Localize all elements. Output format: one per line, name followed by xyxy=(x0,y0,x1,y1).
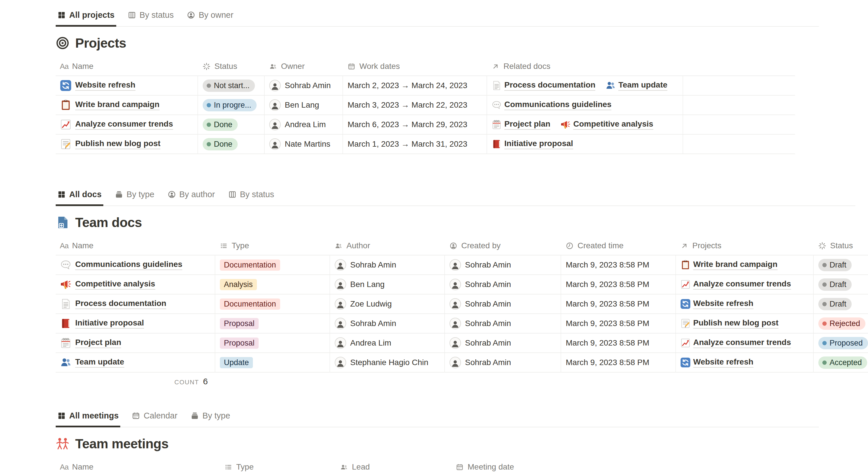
tab-all-projects[interactable]: All projects xyxy=(56,6,116,27)
created-by-cell[interactable]: Sohrab Amin xyxy=(445,275,561,294)
page-link[interactable]: Write brand campaign xyxy=(75,100,160,110)
column-header-status[interactable]: Status xyxy=(198,57,265,75)
created-by-cell[interactable]: Sohrab Amin xyxy=(445,255,561,274)
status-pill[interactable]: Draft xyxy=(818,278,851,291)
relation-link[interactable]: Analyze consumer trends xyxy=(681,338,791,348)
column-header-author[interactable]: Author xyxy=(330,236,445,255)
relation-link[interactable]: Project plan xyxy=(492,119,550,130)
projects-cell[interactable]: Website refresh xyxy=(676,294,814,313)
tab-all-docs[interactable]: All docs xyxy=(56,185,103,206)
column-header-owner[interactable]: Owner xyxy=(265,57,343,75)
relation-link[interactable]: Publish new blog post xyxy=(681,318,778,328)
work-dates-cell[interactable]: March 3, 2023 → March 22, 2023 xyxy=(343,96,487,115)
tab-by-type[interactable]: By type xyxy=(189,406,232,428)
relation-link[interactable]: Website refresh xyxy=(681,299,753,309)
status-cell[interactable]: In progre... xyxy=(198,96,265,115)
relation-link[interactable]: Initiative proposal xyxy=(492,139,573,149)
author-cell[interactable]: Andrea Lim xyxy=(330,334,445,352)
type-tag[interactable]: Update xyxy=(220,357,253,368)
type-tag[interactable]: Documentation xyxy=(220,298,280,310)
name-cell[interactable]: Communications guidelines xyxy=(56,255,215,274)
tab-by-type[interactable]: By type xyxy=(113,185,156,206)
tab-by-owner[interactable]: By owner xyxy=(185,6,235,27)
author-cell[interactable]: Stephanie Hagio Chin xyxy=(330,353,445,372)
column-header-name[interactable]: AaName xyxy=(56,57,198,75)
status-pill[interactable]: Draft xyxy=(818,298,851,310)
projects-cell[interactable]: Analyze consumer trends xyxy=(676,334,814,352)
page-link[interactable]: Analyze consumer trends xyxy=(75,119,173,130)
author-cell[interactable]: Zoe Ludwig xyxy=(330,294,445,313)
type-cell[interactable]: Documentation xyxy=(215,294,330,313)
status-pill[interactable]: In progre... xyxy=(203,99,257,112)
tab-calendar[interactable]: Calendar xyxy=(130,406,179,428)
relation-link[interactable]: Communications guidelines xyxy=(492,100,611,110)
status-pill[interactable]: Proposed xyxy=(818,337,868,349)
created-time-cell[interactable]: March 9, 2023 8:58 PM xyxy=(561,294,676,313)
related-docs-cell[interactable]: Process documentation Team update xyxy=(487,76,683,95)
column-header-name[interactable]: AaName xyxy=(56,236,215,255)
status-cell[interactable]: Not start... xyxy=(198,76,265,95)
status-pill[interactable]: Done xyxy=(203,119,238,131)
column-header-created-time[interactable]: Created time xyxy=(561,236,676,255)
name-cell[interactable]: Write brand campaign xyxy=(56,96,198,115)
count-row[interactable]: COUNT 6 xyxy=(56,377,215,386)
status-pill[interactable]: Rejected xyxy=(818,317,865,330)
created-time-cell[interactable]: March 9, 2023 8:58 PM xyxy=(561,334,676,352)
type-tag[interactable]: Documentation xyxy=(220,259,280,271)
projects-cell[interactable]: Website refresh xyxy=(676,353,814,372)
column-header-lead[interactable]: Lead xyxy=(336,458,451,473)
status-pill[interactable]: Not start... xyxy=(203,80,255,92)
page-link[interactable]: Team update xyxy=(75,357,124,368)
column-header-meeting-date[interactable]: Meeting date xyxy=(451,458,596,473)
status-cell[interactable]: Done xyxy=(198,135,265,154)
created-time-cell[interactable]: March 9, 2023 8:58 PM xyxy=(561,314,676,333)
relation-link[interactable]: Competitive analysis xyxy=(561,119,653,130)
work-dates-cell[interactable]: March 1, 2023 → March 31, 2023 xyxy=(343,135,487,154)
name-cell[interactable]: Initiative proposal xyxy=(56,314,215,333)
name-cell[interactable]: Analyze consumer trends xyxy=(56,115,198,134)
page-link[interactable]: Communications guidelines xyxy=(75,260,182,270)
page-link[interactable]: Initiative proposal xyxy=(75,318,144,328)
type-cell[interactable]: Proposal xyxy=(215,314,330,333)
type-tag[interactable]: Proposal xyxy=(220,318,259,329)
name-cell[interactable]: Competitive analysis xyxy=(56,275,215,294)
page-link[interactable]: Publish new blog post xyxy=(75,139,160,149)
type-cell[interactable]: Analysis xyxy=(215,275,330,294)
name-cell[interactable]: Team update xyxy=(56,353,215,372)
related-docs-cell[interactable]: Initiative proposal xyxy=(487,135,683,154)
relation-link[interactable]: Process documentation xyxy=(492,81,595,91)
name-cell[interactable]: Website refresh xyxy=(56,76,198,95)
relation-link[interactable]: Website refresh xyxy=(681,357,753,368)
page-link[interactable]: Project plan xyxy=(75,338,121,348)
page-link[interactable]: Website refresh xyxy=(75,81,135,91)
related-docs-cell[interactable]: Project plan Competitive analysis xyxy=(487,115,683,134)
name-cell[interactable]: Process documentation xyxy=(56,294,215,313)
work-dates-cell[interactable]: March 2, 2023 → March 24, 2023 xyxy=(343,76,487,95)
type-tag[interactable]: Analysis xyxy=(220,279,257,290)
column-header-status[interactable]: Status xyxy=(814,236,868,255)
projects-cell[interactable]: Write brand campaign xyxy=(676,255,814,274)
created-by-cell[interactable]: Sohrab Amin xyxy=(445,334,561,352)
created-by-cell[interactable]: Sohrab Amin xyxy=(445,353,561,372)
column-header-type[interactable]: Type xyxy=(215,236,330,255)
owner-cell[interactable]: Ben Lang xyxy=(265,96,343,115)
status-cell[interactable]: Accepted xyxy=(814,353,868,372)
work-dates-cell[interactable]: March 6, 2023 → March 29, 2023 xyxy=(343,115,487,134)
status-pill[interactable]: Draft xyxy=(818,259,851,271)
relation-link[interactable]: Analyze consumer trends xyxy=(681,279,791,290)
created-time-cell[interactable]: March 9, 2023 8:58 PM xyxy=(561,275,676,294)
owner-cell[interactable]: Nate Martins xyxy=(265,135,343,154)
name-cell[interactable]: Project plan xyxy=(56,334,215,352)
status-cell[interactable]: Rejected xyxy=(814,314,868,333)
type-cell[interactable]: Proposal xyxy=(215,334,330,352)
author-cell[interactable]: Sohrab Amin xyxy=(330,314,445,333)
owner-cell[interactable]: Sohrab Amin xyxy=(265,76,343,95)
type-cell[interactable]: Documentation xyxy=(215,255,330,274)
status-cell[interactable]: Draft xyxy=(814,275,868,294)
tab-all-meetings[interactable]: All meetings xyxy=(56,406,120,428)
projects-cell[interactable]: Publish new blog post xyxy=(676,314,814,333)
owner-cell[interactable]: Andrea Lim xyxy=(265,115,343,134)
column-header-work-dates[interactable]: Work dates xyxy=(343,57,487,75)
created-time-cell[interactable]: March 9, 2023 8:58 PM xyxy=(561,255,676,274)
status-pill[interactable]: Done xyxy=(203,138,238,150)
